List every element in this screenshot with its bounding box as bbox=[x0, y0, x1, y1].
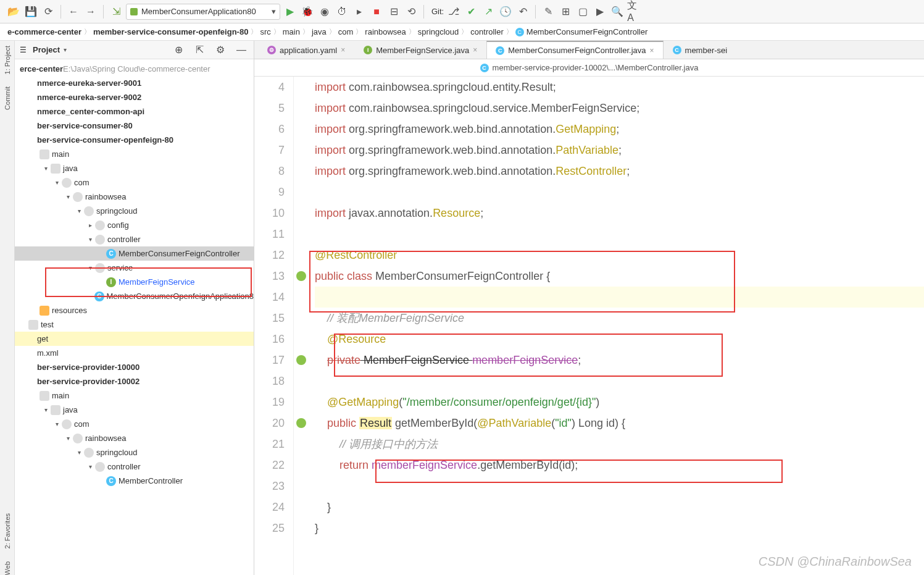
tree-item[interactable]: ▾service bbox=[15, 261, 254, 275]
chevron-down-icon[interactable]: ▾ bbox=[64, 46, 67, 53]
editor-tabs: ⚙application.yaml×IMemberFeignService.ja… bbox=[254, 41, 924, 59]
tree-item[interactable]: ▾com bbox=[15, 175, 254, 190]
tree-item[interactable]: ▾rainbowsea bbox=[15, 190, 254, 204]
tool1-icon[interactable]: ▸ bbox=[352, 4, 367, 19]
tree-item[interactable]: ber-service-consumer-80 bbox=[15, 119, 254, 133]
tree-item[interactable]: IMemberFeignService bbox=[15, 275, 254, 289]
build-icon[interactable]: ⇲ bbox=[109, 4, 123, 19]
editor-tab[interactable]: IMemberFeignService.java× bbox=[354, 41, 486, 59]
tree-item[interactable]: ▾java bbox=[15, 161, 254, 175]
vcs-history-icon[interactable]: 🕓 bbox=[498, 4, 513, 19]
tool2-icon[interactable]: ⊟ bbox=[386, 4, 401, 19]
vcs-commit-icon[interactable]: ✔ bbox=[464, 4, 478, 19]
favorites-toolwindow-tab[interactable]: 2: Favorites bbox=[4, 513, 11, 548]
code-editor[interactable]: 45678910111213141516171819202122232425 i… bbox=[254, 77, 924, 575]
tree-item[interactable]: nmerce_center-common-api bbox=[15, 104, 254, 119]
editor-tab[interactable]: Cmember-sei bbox=[664, 41, 737, 59]
tool3-icon[interactable]: ⟲ bbox=[404, 4, 418, 19]
code-content[interactable]: import com.rainbowsea.springcloud.entity… bbox=[309, 77, 924, 575]
sub-tab-label[interactable]: member-service-provider-10002\...\Member… bbox=[493, 63, 699, 72]
close-icon[interactable]: × bbox=[473, 46, 477, 54]
breadcrumb-item[interactable]: main bbox=[283, 27, 300, 36]
run-config-label: MemberConsumerApplication80 bbox=[141, 7, 256, 16]
project-tree[interactable]: erce-center E:\Java\Spring Cloud\e-comme… bbox=[15, 59, 254, 575]
main-toolbar: 📂 💾 ⟳ ← → ⇲ MemberConsumerApplication80 … bbox=[0, 0, 924, 23]
expand-icon[interactable]: ⇱ bbox=[192, 43, 207, 57]
translate-icon[interactable]: 文A bbox=[627, 4, 642, 19]
open-icon[interactable]: 📂 bbox=[6, 4, 21, 19]
hide-icon[interactable]: — bbox=[234, 43, 249, 57]
spring-gutter-icon[interactable] bbox=[296, 418, 306, 428]
run-icon[interactable]: ▶ bbox=[283, 4, 298, 19]
tree-item[interactable]: ▾springcloud bbox=[15, 445, 254, 460]
tree-root[interactable]: erce-center E:\Java\Spring Cloud\e-comme… bbox=[15, 62, 254, 76]
tree-item[interactable]: ▾springcloud bbox=[15, 204, 254, 218]
project-title: Project bbox=[33, 45, 60, 54]
left-toolwindow-stripe: 1: Project Commit 2: Favorites Web bbox=[0, 41, 15, 575]
run-config-selector[interactable]: MemberConsumerApplication80 bbox=[126, 4, 280, 20]
spring-gutter-icon[interactable] bbox=[296, 271, 306, 281]
web-toolwindow-tab[interactable]: Web bbox=[4, 561, 11, 575]
editor-tab[interactable]: ⚙application.yaml× bbox=[258, 41, 354, 59]
tree-item[interactable]: main bbox=[15, 147, 254, 161]
tree-item[interactable]: ▾java bbox=[15, 403, 254, 417]
git-label: Git: bbox=[431, 7, 444, 16]
tree-item[interactable]: CMemberController bbox=[15, 474, 254, 488]
vcs-branch-icon[interactable]: ⎇ bbox=[446, 4, 461, 19]
breadcrumb-item[interactable]: src bbox=[260, 27, 270, 36]
tool4-icon[interactable]: ✎ bbox=[541, 4, 556, 19]
line-number-gutter: 45678910111213141516171819202122232425 bbox=[254, 77, 294, 575]
tree-item[interactable]: ber-service-provider-10002 bbox=[15, 374, 254, 388]
tree-item[interactable]: ▾controller bbox=[15, 460, 254, 474]
tree-item[interactable]: nmerce-eureka-server-9001 bbox=[15, 76, 254, 90]
commit-toolwindow-tab[interactable]: Commit bbox=[4, 86, 11, 110]
coverage-icon[interactable]: ◉ bbox=[317, 4, 332, 19]
tree-item[interactable]: ber-service-consumer-openfeign-80 bbox=[15, 133, 254, 147]
close-icon[interactable]: × bbox=[341, 46, 345, 54]
breadcrumb-item[interactable]: com bbox=[338, 27, 354, 36]
vcs-push-icon[interactable]: ↗ bbox=[481, 4, 496, 19]
project-panel: ☰ Project ▾ ⊕ ⇱ ⚙ — erce-center E:\Java\… bbox=[15, 41, 254, 575]
tree-item[interactable]: ▾rainbowsea bbox=[15, 431, 254, 445]
tree-item[interactable]: m.xml bbox=[15, 346, 254, 360]
search-icon[interactable]: 🔍 bbox=[610, 4, 625, 19]
forward-icon[interactable]: → bbox=[83, 4, 98, 19]
tree-item[interactable]: CMemberConsumerOpenfeignApplication8 bbox=[15, 289, 254, 303]
tool5-icon[interactable]: ⊞ bbox=[558, 4, 573, 19]
tree-item[interactable]: main bbox=[15, 388, 254, 403]
tree-item[interactable]: CMemberConsumerFeignController bbox=[15, 246, 254, 261]
gutter-marks bbox=[294, 77, 309, 575]
select-opened-icon[interactable]: ⊕ bbox=[171, 43, 186, 57]
save-icon[interactable]: 💾 bbox=[23, 4, 38, 19]
tool7-icon[interactable]: ▶ bbox=[593, 4, 607, 19]
gear-icon[interactable]: ⚙ bbox=[213, 43, 228, 57]
breadcrumb-item[interactable]: springcloud bbox=[418, 27, 459, 36]
tool6-icon[interactable]: ▢ bbox=[575, 4, 590, 19]
breadcrumb-item[interactable]: CMemberConsumerFeignController bbox=[515, 27, 648, 36]
debug-icon[interactable]: 🐞 bbox=[300, 4, 315, 19]
tree-item[interactable]: ▾controller bbox=[15, 232, 254, 246]
close-icon[interactable]: × bbox=[650, 46, 654, 55]
breadcrumb-item[interactable]: rainbowsea bbox=[365, 27, 406, 36]
tree-item[interactable]: get bbox=[15, 332, 254, 346]
vcs-revert-icon[interactable]: ↶ bbox=[515, 4, 530, 19]
tree-item[interactable]: nmerce-eureka-server-9002 bbox=[15, 90, 254, 104]
project-toolwindow-tab[interactable]: 1: Project bbox=[4, 46, 11, 74]
tree-item[interactable]: ▾com bbox=[15, 417, 254, 431]
breadcrumb-item[interactable]: member-service-consumer-openfeign-80 bbox=[93, 27, 248, 36]
project-panel-header: ☰ Project ▾ ⊕ ⇱ ⚙ — bbox=[15, 41, 254, 59]
stop-icon[interactable]: ■ bbox=[369, 4, 384, 19]
breadcrumb-item[interactable]: controller bbox=[470, 27, 503, 36]
breadcrumb-item[interactable]: java bbox=[312, 27, 327, 36]
tree-item[interactable]: ber-service-provider-10000 bbox=[15, 360, 254, 374]
editor-tab[interactable]: CMemberConsumerFeignController.java× bbox=[486, 41, 663, 59]
tree-item[interactable]: test bbox=[15, 317, 254, 332]
profile-icon[interactable]: ⏱ bbox=[335, 4, 349, 19]
back-icon[interactable]: ← bbox=[66, 4, 81, 19]
tree-item[interactable]: ▸config bbox=[15, 218, 254, 232]
breadcrumb-item[interactable]: e-commerce-center bbox=[7, 27, 81, 36]
sync-icon[interactable]: ⟳ bbox=[41, 4, 56, 19]
tree-item[interactable]: resources bbox=[15, 303, 254, 317]
spring-gutter-icon[interactable] bbox=[296, 355, 306, 365]
java-class-icon: C bbox=[480, 64, 489, 72]
